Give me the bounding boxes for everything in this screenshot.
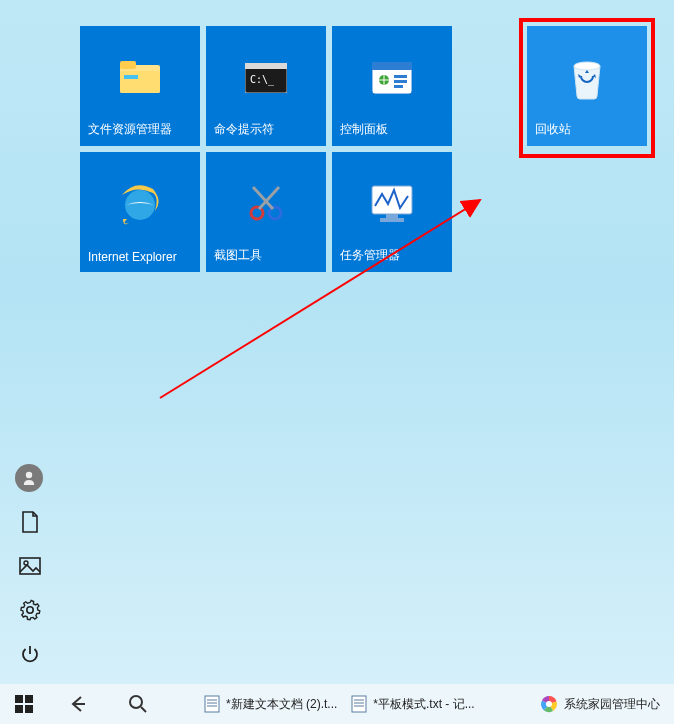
- svg-rect-21: [380, 218, 404, 222]
- tile-label: 截图工具: [214, 247, 262, 264]
- tile-label: 命令提示符: [214, 121, 274, 138]
- search-icon: [128, 694, 148, 714]
- user-icon: [21, 470, 37, 486]
- tray-label: 系统家园管理中心: [564, 696, 660, 713]
- svg-point-23: [26, 472, 32, 478]
- svg-rect-11: [394, 80, 407, 83]
- settings-button[interactable]: [18, 598, 42, 622]
- svg-rect-1: [120, 61, 136, 69]
- documents-button[interactable]: [18, 510, 42, 534]
- tile-label: 任务管理器: [340, 247, 400, 264]
- pictures-button[interactable]: [18, 554, 42, 578]
- svg-rect-20: [386, 214, 398, 218]
- svg-rect-10: [394, 75, 407, 78]
- svg-rect-5: [245, 63, 287, 69]
- notepad-icon: [351, 695, 367, 713]
- internet-explorer-icon: [80, 176, 200, 232]
- svg-point-13: [574, 62, 600, 70]
- search-button[interactable]: [108, 684, 168, 724]
- tile-label: 回收站: [535, 121, 571, 138]
- tile-command-prompt[interactable]: C:\_ 命令提示符: [206, 26, 326, 146]
- task-manager-icon: [332, 176, 452, 232]
- control-panel-icon: [332, 50, 452, 106]
- svg-rect-38: [352, 696, 366, 712]
- document-icon: [20, 511, 40, 533]
- tile-snipping-tool[interactable]: 截图工具: [206, 152, 326, 272]
- command-prompt-icon: C:\_: [206, 50, 326, 106]
- tray-item[interactable]: 系统家园管理中心: [534, 684, 670, 724]
- svg-rect-12: [394, 85, 403, 88]
- svg-rect-30: [25, 705, 33, 713]
- start-button[interactable]: [0, 684, 48, 724]
- gear-icon: [19, 599, 41, 621]
- windows-icon: [15, 695, 33, 713]
- tray-app-icon: [540, 695, 558, 713]
- tile-internet-explorer[interactable]: Internet Explorer: [80, 152, 200, 272]
- power-icon: [20, 644, 40, 664]
- task-label: *平板模式.txt - 记...: [373, 696, 474, 713]
- back-button[interactable]: [48, 684, 108, 724]
- svg-rect-34: [205, 696, 219, 712]
- svg-text:C:\_: C:\_: [250, 74, 275, 86]
- task-label: *新建文本文档 (2).t...: [226, 696, 337, 713]
- file-explorer-icon: [80, 50, 200, 106]
- svg-line-33: [141, 707, 146, 712]
- svg-point-26: [27, 607, 33, 613]
- tile-control-panel[interactable]: 控制面板: [332, 26, 452, 146]
- svg-rect-3: [124, 75, 138, 79]
- tile-label: 控制面板: [340, 121, 388, 138]
- snipping-tool-icon: [206, 176, 326, 232]
- tile-task-manager[interactable]: 任务管理器: [332, 152, 452, 272]
- taskbar: *新建文本文档 (2).t... *平板模式.txt - 记...: [0, 684, 674, 724]
- svg-rect-27: [15, 695, 23, 703]
- svg-point-42: [546, 701, 552, 707]
- tile-file-explorer[interactable]: 文件资源管理器: [80, 26, 200, 146]
- power-button[interactable]: [18, 642, 42, 666]
- start-screen: 文件资源管理器 C:\_ 命令提示符 控制面板: [0, 0, 674, 724]
- tile-label: Internet Explorer: [88, 250, 177, 264]
- svg-rect-28: [25, 695, 33, 703]
- account-button[interactable]: [15, 464, 43, 492]
- notepad-icon: [204, 695, 220, 713]
- svg-rect-24: [20, 558, 40, 574]
- recycle-bin-icon: [527, 50, 647, 106]
- svg-rect-29: [15, 705, 23, 713]
- svg-rect-2: [120, 71, 160, 93]
- taskbar-task-notepad-1[interactable]: *新建文本文档 (2).t...: [198, 684, 345, 724]
- tile-label: 文件资源管理器: [88, 121, 172, 138]
- svg-point-32: [130, 696, 142, 708]
- arrow-left-icon: [68, 694, 88, 714]
- tile-recycle-bin[interactable]: 回收站: [527, 26, 647, 146]
- svg-rect-8: [372, 62, 412, 70]
- taskbar-task-notepad-2[interactable]: *平板模式.txt - 记...: [345, 684, 482, 724]
- svg-point-14: [125, 190, 155, 220]
- picture-icon: [19, 557, 41, 575]
